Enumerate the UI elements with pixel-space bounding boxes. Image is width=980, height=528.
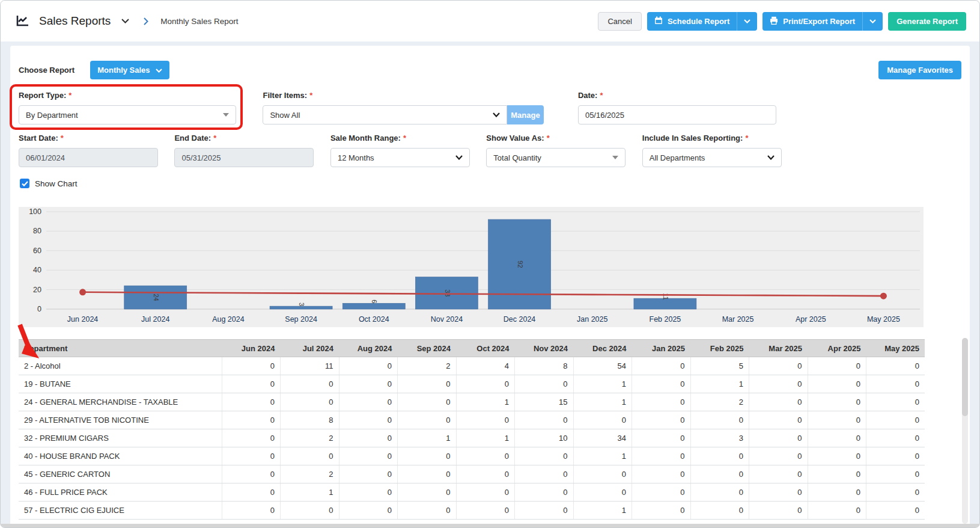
department-cell: 19 - BUTANE — [19, 375, 222, 393]
column-header[interactable]: Jul 2024 — [281, 340, 339, 357]
show-value-as-field: Show Value As:* Total Quantity — [486, 134, 625, 167]
date-input[interactable] — [578, 105, 776, 124]
chevron-down-icon[interactable] — [121, 19, 129, 23]
x-axis-label: May 2025 — [867, 315, 900, 324]
column-header-department[interactable]: Department — [19, 340, 222, 357]
table-row: 57 - ELECTRIC CIG EJUICE000000100000 — [19, 502, 925, 520]
print-export-button[interactable]: Print/Export Report — [762, 12, 883, 31]
value-cell: 0 — [632, 447, 691, 465]
filter-items-select[interactable]: Show All — [263, 105, 507, 124]
generate-report-button[interactable]: Generate Report — [888, 12, 966, 31]
x-axis-label: Nov 2024 — [431, 315, 463, 324]
report-selector-button[interactable]: Monthly Sales — [90, 61, 169, 79]
sales-table: DepartmentJun 2024Jul 2024Aug 2024Sep 20… — [19, 339, 925, 520]
y-tick-label: 80 — [33, 227, 41, 235]
value-cell: 0 — [632, 375, 691, 393]
show-chart-checkbox[interactable] — [20, 179, 29, 188]
value-cell: 0 — [866, 357, 925, 375]
manage-filter-button[interactable]: Manage — [507, 105, 544, 124]
table-row: 29 - ALTERNATIVE TOB NICOTINE08000000000… — [19, 411, 925, 429]
show-value-as-select[interactable]: Total Quantity — [486, 148, 625, 167]
column-header[interactable]: Sep 2024 — [398, 340, 457, 357]
sale-month-range-field: Sale Month Range:* 12 Months — [330, 134, 470, 167]
schedule-report-button[interactable]: Schedule Report — [647, 12, 757, 31]
start-date-input[interactable] — [19, 148, 158, 167]
column-header[interactable]: Nov 2024 — [515, 340, 574, 357]
show-value-as-label: Show Value As: — [486, 134, 544, 143]
schedule-report-caret[interactable] — [737, 12, 757, 31]
end-date-label: End Date: — [174, 134, 211, 143]
value-cell: 0 — [866, 465, 925, 483]
sale-month-range-select[interactable]: 12 Months — [330, 148, 470, 167]
value-cell: 0 — [690, 447, 749, 465]
value-cell: 0 — [339, 429, 398, 447]
value-cell: 1 — [281, 483, 339, 502]
column-header[interactable]: Dec 2024 — [573, 340, 632, 357]
y-tick-label: 100 — [29, 207, 41, 216]
trend-line-endpoint — [79, 289, 86, 295]
include-in-sales-select[interactable]: All Departments — [642, 148, 782, 167]
value-cell: 0 — [690, 465, 749, 483]
x-axis-label: Aug 2024 — [212, 315, 245, 324]
column-header[interactable]: Jan 2025 — [632, 340, 691, 357]
bar-Oct 2024[interactable] — [342, 303, 405, 309]
value-cell: 0 — [749, 483, 808, 502]
cancel-button[interactable]: Cancel — [598, 12, 641, 31]
value-cell: 0 — [690, 483, 749, 502]
bar-value-label: 92 — [517, 260, 524, 268]
value-cell: 0 — [808, 483, 866, 502]
value-cell: 0 — [456, 465, 515, 483]
start-date-field: Start Date:* — [19, 134, 158, 167]
horizontal-scrollbar[interactable] — [1, 524, 979, 527]
value-cell: 0 — [398, 502, 457, 520]
value-cell: 0 — [339, 375, 398, 393]
value-cell: 0 — [749, 502, 808, 520]
column-header[interactable]: Aug 2024 — [339, 340, 398, 357]
report-type-select[interactable]: By Department — [19, 105, 236, 124]
column-header[interactable]: Mar 2025 — [749, 340, 808, 357]
department-cell: 46 - FULL PRICE PACK — [19, 483, 222, 502]
value-cell: 8 — [515, 357, 574, 375]
column-header[interactable]: Jun 2024 — [222, 340, 281, 357]
value-cell: 0 — [398, 393, 457, 411]
date-field: Date:* — [578, 91, 776, 124]
filter-items-label: Filter Items: — [263, 91, 307, 100]
department-cell: 24 - GENERAL MERCHANDISE - TAXABLE — [19, 393, 222, 411]
value-cell: 11 — [281, 357, 339, 375]
table-header-row: DepartmentJun 2024Jul 2024Aug 2024Sep 20… — [19, 340, 925, 357]
page-title: Sales Reports — [39, 14, 111, 28]
value-cell: 0 — [749, 411, 808, 429]
table-row: 40 - HOUSE BRAND PACK000000100000 — [19, 447, 925, 465]
value-cell: 0 — [281, 447, 339, 465]
value-cell: 34 — [573, 429, 632, 447]
value-cell: 0 — [515, 465, 574, 483]
value-cell: 0 — [339, 411, 398, 429]
bar-Sep 2024[interactable] — [270, 306, 332, 309]
value-cell: 1 — [456, 429, 515, 447]
value-cell: 1 — [690, 375, 749, 393]
breadcrumb: Monthly Sales Report — [160, 17, 238, 26]
value-cell: 0 — [866, 502, 925, 520]
department-cell: 45 - GENERIC CARTON — [19, 465, 222, 483]
column-header[interactable]: Oct 2024 — [456, 340, 515, 357]
value-cell: 0 — [339, 357, 398, 375]
value-cell: 4 — [456, 357, 515, 375]
y-tick-label: 40 — [33, 266, 41, 274]
column-header[interactable]: Apr 2025 — [808, 340, 866, 357]
include-in-sales-field: Include In Sales Reporting:* All Departm… — [642, 134, 782, 167]
value-cell: 0 — [808, 357, 866, 375]
column-header[interactable]: May 2025 — [866, 340, 925, 357]
column-header[interactable]: Feb 2025 — [690, 340, 749, 357]
value-cell: 0 — [749, 393, 808, 411]
vertical-scrollbar[interactable] — [962, 338, 968, 524]
print-export-caret[interactable] — [862, 12, 883, 31]
end-date-input[interactable] — [174, 148, 314, 167]
chevron-down-icon — [767, 155, 775, 160]
department-cell: 2 - Alcohol — [19, 357, 222, 375]
manage-favorites-button[interactable]: Manage Favorites — [878, 61, 961, 79]
dropdown-triangle-icon — [223, 113, 229, 117]
value-cell: 0 — [749, 375, 808, 393]
dropdown-triangle-icon — [612, 156, 618, 159]
trend-line-endpoint — [880, 293, 887, 299]
scrollbar-thumb[interactable] — [962, 338, 968, 416]
